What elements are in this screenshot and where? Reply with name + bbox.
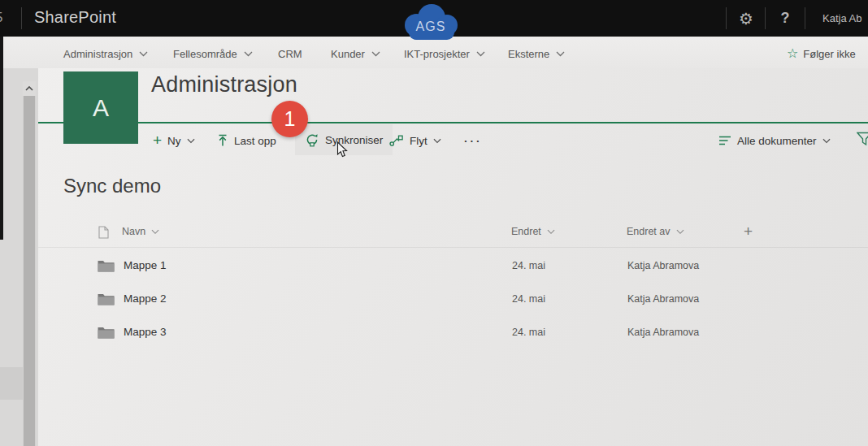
folder-name[interactable]: Mappe 1 bbox=[124, 249, 167, 282]
clipped-office365-text: 5 bbox=[0, 10, 2, 26]
flow-icon bbox=[389, 135, 404, 147]
chevron-down-icon bbox=[244, 51, 253, 57]
chevron-up-icon bbox=[25, 86, 33, 91]
view-selector-button[interactable]: Alle dokumenter bbox=[718, 128, 831, 153]
upload-icon bbox=[217, 134, 228, 147]
chevron-down-icon bbox=[151, 229, 159, 235]
nav-item-kunder[interactable]: Kunder bbox=[331, 48, 380, 60]
suite-bar-divider bbox=[805, 7, 805, 29]
chevron-down-icon bbox=[187, 138, 195, 144]
table-row[interactable]: Mappe 2 24. mai Katja Abramova bbox=[38, 282, 868, 315]
view-list-icon bbox=[718, 136, 731, 145]
modified-by[interactable]: Katja Abramova bbox=[627, 315, 699, 349]
user-name[interactable]: Katja Ab bbox=[822, 12, 861, 24]
modified-date: 24. mai bbox=[512, 249, 545, 282]
table-row[interactable]: Mappe 1 24. mai Katja Abramova bbox=[38, 249, 868, 282]
suite-bar-divider bbox=[726, 7, 727, 29]
step-badge: 1 bbox=[271, 101, 308, 137]
modified-by[interactable]: Katja Abramova bbox=[627, 282, 699, 315]
chevron-down-icon bbox=[433, 138, 441, 144]
theme-accent-line bbox=[38, 122, 868, 123]
new-button[interactable]: + Ny bbox=[153, 128, 195, 153]
add-column-button[interactable]: + bbox=[744, 223, 753, 240]
window-edge-strip bbox=[0, 37, 3, 240]
table-row[interactable]: Mappe 3 24. mai Katja Abramova bbox=[38, 315, 868, 349]
modified-by[interactable]: Katja Abramova bbox=[627, 249, 699, 282]
background-pane-block bbox=[0, 367, 23, 400]
ags-cloud-logo[interactable]: AGS bbox=[396, 2, 466, 42]
scrollbar-thumb[interactable] bbox=[24, 96, 35, 446]
site-title[interactable]: Administrasjon bbox=[151, 72, 297, 97]
scrollbar-up-button[interactable] bbox=[23, 81, 36, 96]
modified-date: 24. mai bbox=[512, 282, 545, 315]
svg-text:AGS: AGS bbox=[416, 19, 446, 33]
chevron-down-icon bbox=[556, 51, 565, 57]
nav-item-crm[interactable]: CRM bbox=[278, 48, 302, 60]
column-header-modified-by[interactable]: Endret av bbox=[627, 226, 684, 237]
chevron-down-icon bbox=[547, 229, 555, 235]
column-header-modified[interactable]: Endret bbox=[511, 226, 555, 237]
nav-item-eksterne[interactable]: Eksterne bbox=[508, 48, 565, 60]
header-divider bbox=[38, 247, 868, 248]
suite-bar-divider bbox=[765, 7, 766, 29]
sharepoint-app-title[interactable]: SharePoint bbox=[34, 8, 116, 27]
site-logo-tile[interactable]: A bbox=[63, 71, 138, 144]
help-icon[interactable]: ? bbox=[770, 0, 800, 37]
flow-button[interactable]: Flyt bbox=[389, 128, 441, 153]
suite-bar-divider bbox=[21, 7, 22, 29]
follow-button[interactable]: ☆ Følger ikke bbox=[787, 47, 856, 60]
chevron-down-icon bbox=[371, 51, 380, 57]
upload-button[interactable]: Last opp bbox=[217, 128, 276, 153]
sharepoint-window: 5 SharePoint AGS ⚙ ? Katja Ab Administra… bbox=[0, 0, 868, 446]
modified-date: 24. mai bbox=[512, 315, 545, 349]
suite-bar: 5 SharePoint AGS ⚙ ? Katja Ab bbox=[0, 0, 868, 37]
chevron-down-icon bbox=[476, 51, 485, 57]
cloud-icon: AGS bbox=[396, 2, 466, 42]
mouse-cursor bbox=[336, 141, 348, 162]
folder-icon bbox=[98, 282, 115, 315]
chevron-down-icon bbox=[822, 138, 831, 144]
list-title: Sync demo bbox=[63, 175, 161, 197]
star-icon: ☆ bbox=[787, 47, 798, 60]
nav-item-administrasjon[interactable]: Administrasjon bbox=[63, 48, 148, 60]
more-commands-button[interactable]: ··· bbox=[464, 128, 483, 153]
nav-item-ikt-prosjekter[interactable]: IKT-prosjekter bbox=[404, 48, 485, 60]
plus-icon: + bbox=[153, 132, 162, 148]
document-type-column-icon[interactable] bbox=[98, 226, 109, 242]
folder-name[interactable]: Mappe 2 bbox=[124, 282, 167, 315]
settings-gear-icon[interactable]: ⚙ bbox=[731, 0, 761, 37]
nav-item-fellesomrade[interactable]: Fellesområde bbox=[173, 48, 253, 60]
folder-name[interactable]: Mappe 3 bbox=[124, 315, 167, 349]
folder-icon bbox=[98, 315, 115, 349]
column-header-name[interactable]: Navn bbox=[122, 226, 159, 237]
folder-icon bbox=[98, 249, 115, 282]
chevron-down-icon bbox=[676, 229, 684, 235]
chevron-down-icon bbox=[139, 51, 148, 57]
filter-funnel-icon[interactable] bbox=[857, 132, 868, 149]
sync-icon bbox=[305, 132, 319, 147]
